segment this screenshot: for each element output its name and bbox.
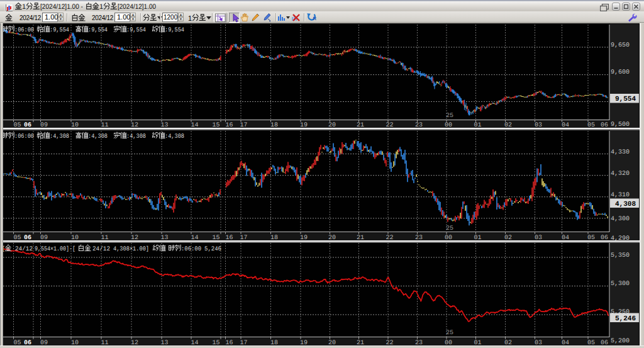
svg-text:5,300: 5,300 [611,281,630,288]
svg-text:17: 17 [240,122,247,129]
svg-text:5,246: 5,246 [204,246,221,253]
svg-text:4,308: 4,308 [615,201,636,208]
svg-text:4,320: 4,320 [611,171,630,177]
svg-text:10: 10 [71,235,79,242]
svg-text:25: 25 [446,113,453,120]
svg-text:13: 13 [160,235,168,242]
svg-text:05: 05 [13,235,21,242]
svg-text:5,246: 5,246 [615,315,636,323]
svg-text:09: 09 [40,235,48,242]
svg-text:02: 02 [504,122,512,129]
svg-text:14: 14 [191,235,198,242]
svg-text:02: 02 [504,235,512,242]
svg-text:18: 18 [270,122,278,129]
svg-text:4,300: 4,300 [611,216,630,223]
svg-text:06: 06 [24,122,31,129]
svg-text:04: 04 [562,235,569,242]
svg-text:00: 00 [445,235,452,242]
svg-text:22: 22 [386,122,393,129]
svg-text::4,308: :4,308 [88,133,108,140]
svg-text::4,308: :4,308 [126,133,146,140]
svg-text:00: 00 [445,122,452,129]
svg-text:06: 06 [24,235,31,242]
svg-text:11: 11 [101,235,108,242]
svg-text:4,308×1.00]: 4,308×1.00] [113,245,149,253]
svg-text::4,308: :4,308 [50,133,69,140]
svg-text:4,310: 4,310 [611,192,630,199]
svg-text::9,554: :9,554 [88,27,108,34]
svg-text::06:00: :06:00 [14,27,34,34]
svg-text:5,350: 5,350 [611,252,630,259]
svg-text:18: 18 [270,235,278,242]
svg-text:20: 20 [328,235,336,242]
svg-text:19: 19 [300,122,308,129]
svg-text:20: 20 [328,122,336,129]
svg-text:12: 12 [131,235,138,242]
svg-text:05: 05 [587,235,595,242]
svg-text:05: 05 [587,122,595,129]
svg-text:9,600: 9,600 [611,69,630,76]
svg-text::9,554: :9,554 [50,27,69,34]
svg-text:9,500: 9,500 [611,121,630,128]
svg-text:01: 01 [474,235,481,242]
svg-text:16: 16 [225,122,233,129]
svg-text:12: 12 [131,122,138,129]
svg-text::06:00: :06:00 [181,246,201,253]
svg-text:25: 25 [446,225,453,232]
svg-text:11: 11 [101,122,108,129]
svg-text:9,554×1.00]-[: 9,554×1.00]-[ [35,245,75,253]
svg-text::9,554: :9,554 [126,27,146,34]
svg-text:5,200: 5,200 [611,338,630,345]
svg-text:14: 14 [191,122,198,129]
svg-text:24/12: 24/12 [92,245,110,253]
svg-text:9,650: 9,650 [611,42,630,49]
svg-text:19: 19 [300,235,308,242]
svg-text:03: 03 [535,122,542,129]
svg-text:01: 01 [474,122,481,129]
svg-text:4,330: 4,330 [611,149,630,156]
svg-text:24/12: 24/12 [15,245,33,253]
svg-text:06: 06 [601,235,608,242]
svg-text:21: 21 [357,122,364,129]
svg-text:10: 10 [71,122,79,129]
svg-text:04: 04 [562,122,569,129]
svg-text:23: 23 [415,235,423,242]
svg-text:15: 15 [212,235,219,242]
svg-text::4,308: :4,308 [165,133,184,140]
svg-text:13: 13 [160,122,168,129]
svg-text:9,554: 9,554 [615,96,636,103]
svg-text:06: 06 [601,122,608,129]
svg-text:09: 09 [40,122,48,129]
svg-text::9,554: :9,554 [165,27,184,34]
svg-text:15: 15 [212,122,219,129]
svg-text:25: 25 [446,330,453,337]
svg-text:03: 03 [535,235,542,242]
svg-text:23: 23 [415,122,423,129]
svg-text:16: 16 [225,235,233,242]
svg-text:21: 21 [357,235,364,242]
svg-text:17: 17 [240,235,247,242]
svg-text:22: 22 [386,235,393,242]
svg-text::06:00: :06:00 [14,133,34,140]
svg-text:05: 05 [13,122,21,129]
